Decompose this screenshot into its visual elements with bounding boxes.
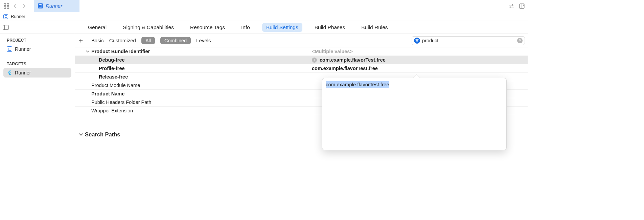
setting-key: Debug-free xyxy=(99,57,125,63)
target-item-label: Runner xyxy=(15,70,31,75)
setting-key: Product Name xyxy=(91,91,124,96)
breadcrumb[interactable]: Runner xyxy=(0,12,528,21)
section-targets: TARGETS xyxy=(0,58,75,68)
app-icon xyxy=(38,3,43,8)
editor-tab-label: Runner xyxy=(46,3,62,9)
setting-key: Public Headers Folder Path xyxy=(91,100,151,105)
add-condition-icon[interactable]: ＋ xyxy=(312,58,317,63)
tab-general[interactable]: General xyxy=(84,23,111,32)
add-build-setting-button[interactable]: ＋ xyxy=(78,36,87,45)
value-editor-popover: com.example.flavorTest.free xyxy=(322,78,507,150)
add-editor-icon[interactable] xyxy=(519,3,525,9)
filter-basic[interactable]: Basic xyxy=(91,38,104,43)
panel-toggle-icon[interactable] xyxy=(3,25,9,30)
chevron-down-icon[interactable] xyxy=(86,50,89,53)
setting-group-label: Product Bundle Identifier xyxy=(91,49,150,54)
tab-resource-tags[interactable]: Resource Tags xyxy=(186,23,229,32)
setting-key: Release-free xyxy=(99,74,128,80)
setting-group-bundle-id[interactable]: Product Bundle Identifier <Multiple valu… xyxy=(75,47,528,56)
svg-rect-2 xyxy=(4,6,6,8)
tab-build-rules[interactable]: Build Rules xyxy=(357,23,392,32)
svg-rect-0 xyxy=(4,3,6,5)
setting-row-debug-free[interactable]: Debug-free ＋ com.example.flavorTest.free xyxy=(75,56,528,64)
setting-key: Wrapper Extension xyxy=(91,108,133,113)
related-items-icon[interactable] xyxy=(3,2,10,10)
forward-icon[interactable] xyxy=(20,2,28,10)
app-icon xyxy=(7,46,12,52)
filter-levels[interactable]: Levels xyxy=(196,38,211,43)
flutter-icon xyxy=(7,70,12,75)
project-item-label: Runner xyxy=(15,46,31,52)
editor-tab-runner[interactable]: Runner xyxy=(34,0,79,12)
search-input[interactable] xyxy=(422,38,515,43)
tab-build-settings[interactable]: Build Settings xyxy=(262,23,302,32)
svg-rect-1 xyxy=(7,3,9,5)
filter-combined[interactable]: Combined xyxy=(160,37,191,44)
filter-customized[interactable]: Customized xyxy=(109,38,136,43)
setting-value: com.example.flavorTest.free xyxy=(312,66,378,71)
project-item-runner[interactable]: Runner xyxy=(3,44,71,54)
setting-group-value: <Multiple values> xyxy=(312,49,353,54)
back-icon[interactable] xyxy=(12,2,19,10)
setting-value: com.example.flavorTest.free xyxy=(320,57,386,63)
setting-row-profile-free[interactable]: Profile-free com.example.flavorTest.free xyxy=(75,64,528,73)
setting-key: Product Module Name xyxy=(91,83,140,88)
tab-signing[interactable]: Signing & Capabilities xyxy=(119,23,178,32)
filter-all[interactable]: All xyxy=(141,37,155,44)
chevron-down-icon[interactable] xyxy=(79,133,83,136)
section-project: PROJECT xyxy=(0,34,75,44)
search-field[interactable]: ✕ xyxy=(412,36,525,45)
target-item-runner[interactable]: Runner xyxy=(3,68,71,78)
value-editor-input[interactable]: com.example.flavorTest.free xyxy=(326,81,389,88)
section-label: Search Paths xyxy=(85,131,120,138)
tab-info[interactable]: Info xyxy=(237,23,254,32)
swap-icon[interactable] xyxy=(508,3,515,9)
breadcrumb-label: Runner xyxy=(11,14,25,19)
setting-key: Profile-free xyxy=(99,66,125,71)
tab-build-phases[interactable]: Build Phases xyxy=(310,23,349,32)
svg-rect-3 xyxy=(7,6,9,8)
clear-search-icon[interactable]: ✕ xyxy=(517,38,523,43)
app-icon xyxy=(3,14,8,19)
filter-icon[interactable] xyxy=(414,38,420,44)
